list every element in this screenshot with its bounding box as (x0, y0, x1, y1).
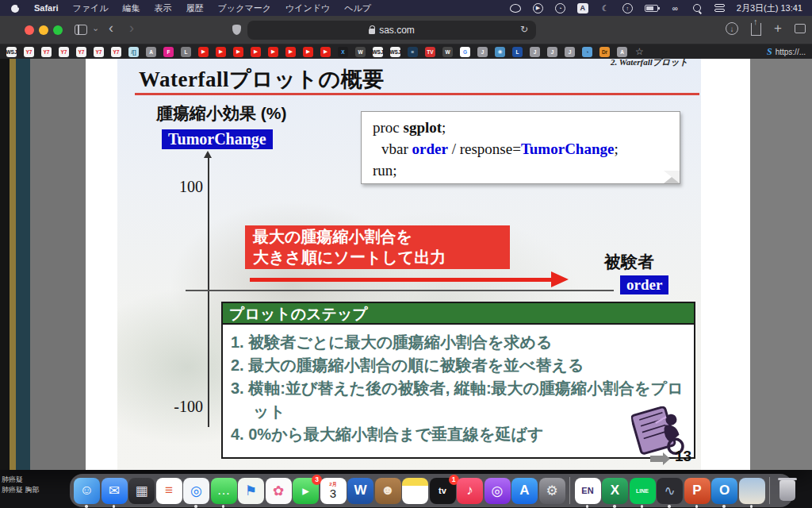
bookmark-favicon-22[interactable]: WSJ (390, 47, 400, 57)
menu-item-ウインドウ[interactable]: ウインドウ (285, 2, 330, 14)
zoom-button[interactable] (53, 25, 63, 35)
bookmark-favicon-1[interactable]: Y7 (24, 47, 34, 57)
dock-powerpoint-icon[interactable]: P (684, 478, 710, 504)
menu-item-ファイル[interactable]: ファイル (73, 2, 109, 14)
bookmark-favicon-23[interactable]: ≡ (408, 47, 418, 57)
dock-preview-icon[interactable] (739, 478, 765, 504)
dock-appletv-icon[interactable]: tv1 (430, 478, 456, 504)
close-button[interactable] (25, 25, 34, 35)
bookmark-favicon-18[interactable]: ▶ (320, 47, 331, 57)
bookmark-favicon-34[interactable]: Dr (599, 47, 610, 57)
bookmark-favicon-35[interactable]: A (617, 47, 627, 57)
line-bubble-icon[interactable] (510, 4, 521, 13)
apple-menu-icon[interactable] (11, 4, 20, 13)
moon-icon[interactable]: ☾ (600, 3, 611, 13)
control-center-icon[interactable] (714, 3, 725, 13)
dock-excel-icon[interactable]: X (602, 478, 628, 504)
new-tab-icon[interactable]: + (774, 23, 782, 34)
dock-photos-icon[interactable]: ✿ (266, 478, 292, 504)
bookmark-favicon-20[interactable]: W (355, 47, 366, 57)
tab-overview-icon[interactable] (795, 24, 806, 33)
page-content-area[interactable]: 2. Waterfallプロット Waterfallプロットの概要 腫瘍縮小効果… (0, 59, 812, 470)
bookmark-favicon-29[interactable]: L (512, 47, 523, 57)
bookmark-favicon-19[interactable]: X (338, 47, 348, 57)
bookmark-favicon-21[interactable]: WSJ (373, 47, 383, 57)
reload-icon[interactable]: ↻ (520, 24, 528, 35)
bookmark-favicon-32[interactable]: J (565, 47, 575, 57)
clock-icon[interactable]: ◔ (555, 3, 565, 13)
bookmark-favicon-16[interactable]: ▶ (285, 47, 296, 57)
dock-activity-monitor-icon[interactable]: ∿ (657, 478, 683, 504)
dock-notes-icon[interactable] (402, 478, 428, 504)
dock-mail-icon[interactable]: ✉ (102, 478, 128, 504)
favorites-star-icon[interactable]: ☆ (634, 47, 645, 57)
bookmark-favicon-30[interactable]: J (530, 47, 540, 57)
bookmark-favicon-11[interactable]: ▶ (198, 47, 209, 57)
dock-contacts-icon[interactable]: ☻ (375, 478, 401, 504)
dock-endnote-icon[interactable]: EN (575, 478, 601, 504)
bookmark-url-hint[interactable]: S https://... (767, 46, 806, 58)
menu-app-name[interactable]: Safari (34, 3, 59, 13)
dock-maps-icon[interactable]: ⚑ (238, 478, 264, 504)
dock-safari-icon[interactable]: ◎ (183, 478, 209, 504)
dock-messages-icon[interactable]: … (211, 478, 237, 504)
bookmark-favicon-7[interactable]: /[] (128, 47, 139, 57)
bookmark-favicon-12[interactable]: ▶ (216, 47, 226, 57)
battery-icon[interactable] (645, 5, 658, 12)
back-button[interactable]: ‹ (109, 20, 113, 37)
minimize-button[interactable] (39, 25, 48, 35)
dock-line-icon[interactable]: LINE (630, 478, 656, 504)
dock-word-icon[interactable]: W (347, 478, 373, 504)
menu-clock[interactable]: 2月3日(土) 13:41 (737, 2, 802, 14)
bookmark-favicon-10[interactable]: L (181, 47, 191, 57)
share-icon[interactable] (751, 23, 761, 36)
input-source-icon[interactable]: A (577, 3, 588, 13)
bookmark-favicon-2[interactable]: Y7 (41, 47, 52, 57)
menu-item-履歴[interactable]: 履歴 (186, 2, 204, 14)
dock-appstore-icon[interactable]: A (511, 478, 538, 504)
bookmark-favicon-3[interactable]: Y7 (59, 47, 69, 57)
bookmark-favicon-17[interactable]: ▶ (303, 47, 313, 57)
address-bar[interactable]: sas.com ↻ (247, 21, 536, 40)
downloads-icon[interactable]: ↓ (726, 22, 738, 35)
link-icon[interactable]: ∞ (670, 3, 680, 13)
bookmark-favicon-8[interactable]: A (146, 47, 156, 57)
dock-facetime-icon[interactable]: ▸3 (293, 478, 319, 504)
menu-item-表示[interactable]: 表示 (155, 2, 172, 14)
bookmark-favicon-31[interactable]: J (547, 47, 557, 57)
bookmark-favicon-15[interactable]: ▶ (268, 47, 278, 57)
bookmark-favicon-14[interactable]: ▶ (251, 47, 261, 57)
dock-launchpad-icon[interactable]: ▦ (128, 478, 155, 504)
bookmark-favicon-9[interactable]: F (163, 47, 174, 57)
bookmark-favicon-13[interactable]: ▶ (233, 47, 243, 57)
bookmark-favicon-26[interactable]: G (460, 47, 470, 57)
dock-trash-icon[interactable] (775, 478, 801, 504)
dock-outlook-icon[interactable]: O (711, 478, 737, 504)
search-icon[interactable] (692, 3, 703, 13)
bookmark-favicon-5[interactable]: Y7 (94, 47, 104, 57)
play-circle-icon[interactable]: ▶ (533, 3, 543, 13)
dock-finder-icon[interactable]: ☺ (74, 478, 100, 504)
shortcuts-icon[interactable]: ↑ (622, 3, 633, 13)
bookmark-favicon-25[interactable]: W (442, 47, 453, 57)
forward-button[interactable]: › (129, 20, 134, 37)
chevron-down-icon[interactable]: ⌄ (92, 23, 99, 33)
dock-calendar-icon[interactable]: 2月3 (320, 478, 347, 504)
bookmark-favicon-24[interactable]: TV (425, 47, 435, 57)
dock-settings-icon[interactable]: ⚙ (539, 478, 565, 504)
bookmark-favicon-0[interactable]: WSJ (6, 47, 17, 57)
menu-item-ヘルプ[interactable]: ヘルプ (344, 2, 371, 14)
dock-podcasts-icon[interactable]: ◎ (485, 478, 511, 504)
dock-music-icon[interactable]: ♪ (457, 478, 483, 504)
menu-item-編集[interactable]: 編集 (123, 2, 140, 14)
menu-item-ブックマーク[interactable]: ブックマーク (218, 2, 271, 14)
bookmark-favicon-28[interactable]: ◉ (495, 47, 505, 57)
sidebar-icon[interactable] (75, 25, 87, 35)
bookmark-favicon-33[interactable]: ◔ (582, 47, 592, 57)
dock-reminders-icon[interactable]: ≡ (156, 478, 182, 504)
bookmark-favicon-6[interactable]: Y7 (111, 47, 121, 57)
bookmark-favicon-4[interactable]: Y7 (76, 47, 86, 57)
privacy-shield-icon[interactable] (232, 25, 241, 35)
next-page-arrow-icon[interactable] (650, 456, 663, 462)
bookmark-favicon-27[interactable]: J (477, 47, 488, 57)
